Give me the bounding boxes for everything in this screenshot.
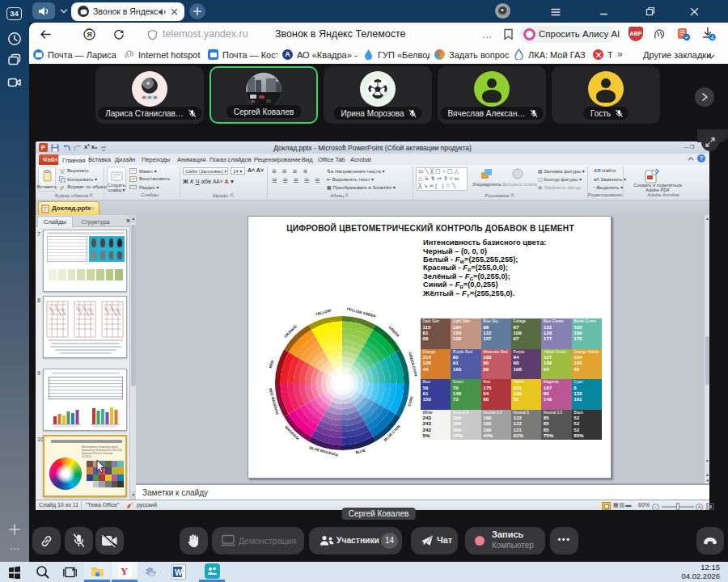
svg-text:CYAN: CYAN xyxy=(408,395,414,407)
svg-text:Я: Я xyxy=(87,31,91,39)
svg-text:YELLOW: YELLOW xyxy=(315,308,332,316)
svg-text:GREEN CYAN: GREEN CYAN xyxy=(408,352,418,377)
svg-text:BLUE: BLUE xyxy=(355,449,366,455)
svg-text:4: 4 xyxy=(710,34,713,41)
svg-text:RED: RED xyxy=(269,360,275,369)
